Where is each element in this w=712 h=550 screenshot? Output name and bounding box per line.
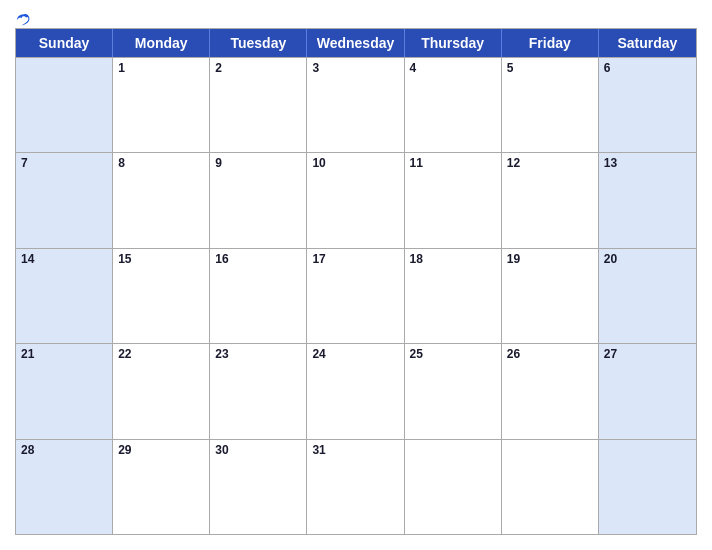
day-header-sunday: Sunday: [16, 29, 113, 57]
calendar-header: [15, 10, 697, 28]
day-number: 13: [604, 156, 617, 170]
day-number: 19: [507, 252, 520, 266]
day-number: 22: [118, 347, 131, 361]
day-number: 9: [215, 156, 222, 170]
day-cell-13: 13: [599, 153, 696, 247]
day-cell-9: 9: [210, 153, 307, 247]
logo-bird-icon: [15, 12, 31, 28]
day-number: 3: [312, 61, 319, 75]
calendar-grid: SundayMondayTuesdayWednesdayThursdayFrid…: [15, 28, 697, 535]
day-cell-empty: [16, 58, 113, 152]
day-cell-15: 15: [113, 249, 210, 343]
day-cell-empty: [405, 440, 502, 534]
day-cell-30: 30: [210, 440, 307, 534]
day-cell-28: 28: [16, 440, 113, 534]
day-number: 6: [604, 61, 611, 75]
week-row-4: 21222324252627: [16, 343, 696, 438]
day-number: 1: [118, 61, 125, 75]
day-number: 18: [410, 252, 423, 266]
day-cell-19: 19: [502, 249, 599, 343]
day-number: 20: [604, 252, 617, 266]
day-cell-8: 8: [113, 153, 210, 247]
day-cell-empty: [599, 440, 696, 534]
logo-blue-text: [15, 12, 33, 28]
day-cell-4: 4: [405, 58, 502, 152]
day-header-friday: Friday: [502, 29, 599, 57]
day-number: 21: [21, 347, 34, 361]
day-cell-7: 7: [16, 153, 113, 247]
week-row-2: 78910111213: [16, 152, 696, 247]
day-cell-14: 14: [16, 249, 113, 343]
day-cell-1: 1: [113, 58, 210, 152]
week-row-5: 28293031: [16, 439, 696, 534]
day-number: 12: [507, 156, 520, 170]
calendar-weeks: 1234567891011121314151617181920212223242…: [16, 57, 696, 534]
day-number: 24: [312, 347, 325, 361]
day-number: 7: [21, 156, 28, 170]
day-headers-row: SundayMondayTuesdayWednesdayThursdayFrid…: [16, 29, 696, 57]
day-number: 8: [118, 156, 125, 170]
day-number: 31: [312, 443, 325, 457]
day-cell-empty: [502, 440, 599, 534]
day-header-saturday: Saturday: [599, 29, 696, 57]
day-cell-24: 24: [307, 344, 404, 438]
day-number: 15: [118, 252, 131, 266]
day-number: 25: [410, 347, 423, 361]
day-header-monday: Monday: [113, 29, 210, 57]
day-number: 17: [312, 252, 325, 266]
week-row-3: 14151617181920: [16, 248, 696, 343]
day-number: 4: [410, 61, 417, 75]
day-cell-20: 20: [599, 249, 696, 343]
day-number: 5: [507, 61, 514, 75]
day-number: 23: [215, 347, 228, 361]
day-cell-27: 27: [599, 344, 696, 438]
logo-area: [15, 12, 33, 28]
calendar-wrapper: SundayMondayTuesdayWednesdayThursdayFrid…: [0, 0, 712, 550]
day-cell-18: 18: [405, 249, 502, 343]
day-header-tuesday: Tuesday: [210, 29, 307, 57]
day-cell-23: 23: [210, 344, 307, 438]
day-cell-3: 3: [307, 58, 404, 152]
day-cell-26: 26: [502, 344, 599, 438]
day-number: 29: [118, 443, 131, 457]
week-row-1: 123456: [16, 57, 696, 152]
day-number: 30: [215, 443, 228, 457]
day-cell-11: 11: [405, 153, 502, 247]
day-cell-25: 25: [405, 344, 502, 438]
day-header-thursday: Thursday: [405, 29, 502, 57]
day-number: 26: [507, 347, 520, 361]
day-cell-2: 2: [210, 58, 307, 152]
day-number: 27: [604, 347, 617, 361]
day-cell-29: 29: [113, 440, 210, 534]
day-cell-31: 31: [307, 440, 404, 534]
day-cell-22: 22: [113, 344, 210, 438]
day-number: 2: [215, 61, 222, 75]
day-number: 28: [21, 443, 34, 457]
day-cell-5: 5: [502, 58, 599, 152]
day-cell-6: 6: [599, 58, 696, 152]
day-number: 11: [410, 156, 423, 170]
day-number: 14: [21, 252, 34, 266]
day-cell-12: 12: [502, 153, 599, 247]
day-cell-10: 10: [307, 153, 404, 247]
day-cell-16: 16: [210, 249, 307, 343]
day-header-wednesday: Wednesday: [307, 29, 404, 57]
day-number: 16: [215, 252, 228, 266]
day-cell-21: 21: [16, 344, 113, 438]
day-cell-17: 17: [307, 249, 404, 343]
day-number: 10: [312, 156, 325, 170]
